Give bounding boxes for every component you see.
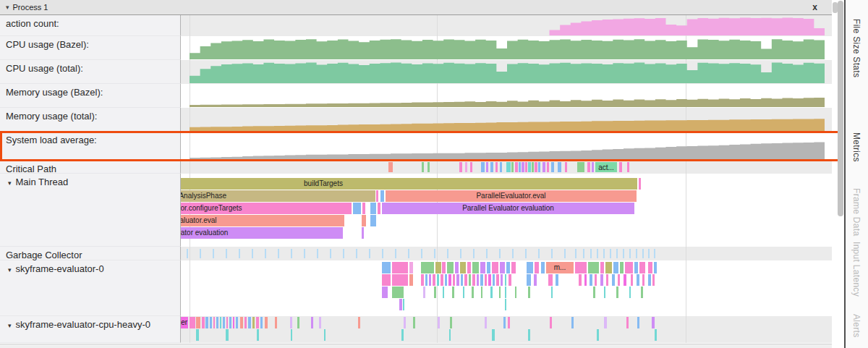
trace-slice[interactable] (257, 329, 259, 341)
trace-slice[interactable] (639, 178, 641, 190)
trace-slice[interactable] (648, 262, 652, 273)
trace-slice[interactable] (652, 317, 655, 328)
trace-slice[interactable] (392, 262, 408, 273)
trace-slice[interactable] (496, 274, 499, 286)
trace-slice[interactable] (534, 274, 537, 286)
trace-slice[interactable] (477, 274, 479, 286)
trace-slice[interactable] (535, 262, 539, 273)
trace-slice[interactable] (527, 274, 531, 286)
trace-slice[interactable] (648, 274, 651, 286)
trace-slice[interactable] (604, 287, 605, 298)
row-chart-area[interactable] (181, 132, 832, 161)
trace-slice[interactable] (413, 317, 415, 328)
trace-slice[interactable] (624, 274, 626, 286)
trace-slice[interactable] (495, 162, 498, 172)
trace-slice[interactable] (603, 249, 605, 258)
trace-slice-labeled[interactable]: ParallelEvaluator.eval (181, 215, 344, 226)
trace-slice[interactable] (447, 249, 448, 258)
trace-slice[interactable] (493, 274, 495, 286)
trace-slice[interactable] (448, 274, 451, 286)
trace-slice[interactable] (441, 274, 443, 286)
trace-slice[interactable] (499, 249, 501, 258)
trace-slice[interactable] (362, 227, 364, 239)
trace-slice[interactable] (356, 249, 357, 258)
trace-slice[interactable] (437, 274, 439, 286)
trace-slice[interactable] (636, 249, 637, 258)
trace-slice[interactable] (470, 162, 472, 172)
memory-usage-bazel--chart[interactable] (190, 86, 825, 107)
trace-slice[interactable] (619, 162, 622, 172)
trace-slice[interactable] (623, 249, 624, 258)
trace-slice[interactable] (311, 317, 313, 328)
trace-slice[interactable] (618, 274, 620, 286)
trace-slice[interactable] (528, 287, 530, 298)
trace-slice[interactable] (472, 262, 479, 273)
trace-slice[interactable] (196, 329, 199, 341)
trace-slice[interactable] (535, 162, 537, 172)
trace-slice[interactable] (626, 317, 629, 328)
trace-slice[interactable] (442, 262, 446, 273)
trace-slice[interactable] (604, 317, 607, 328)
trace-slice[interactable] (597, 249, 598, 258)
trace-slice[interactable] (542, 162, 545, 172)
trace-slice[interactable] (370, 215, 376, 226)
trace-slice[interactable] (627, 162, 629, 172)
trace-slice[interactable] (522, 162, 524, 172)
trace-slice[interactable] (480, 274, 483, 286)
trace-slice[interactable] (652, 274, 655, 286)
trace-slice[interactable] (597, 329, 599, 341)
trace-slice[interactable] (550, 317, 552, 328)
row-chart-area[interactable]: act... (181, 161, 832, 174)
row-label-cpu_heavy[interactable]: ▾skyframe-evaluator-cpu-heavy-0 (0, 316, 181, 343)
trace-slice[interactable] (465, 162, 467, 172)
trace-slice[interactable] (278, 249, 279, 258)
trace-slice[interactable] (467, 262, 471, 273)
trace-slice[interactable] (388, 162, 393, 172)
trace-slice[interactable] (392, 287, 404, 298)
trace-slice[interactable] (558, 162, 561, 172)
trace-slice[interactable] (421, 249, 422, 258)
close-button[interactable]: x (812, 2, 817, 12)
trace-slice[interactable] (408, 249, 409, 258)
trace-slice[interactable] (469, 274, 471, 286)
trace-slice[interactable] (434, 287, 436, 298)
trace-slice[interactable] (575, 262, 587, 273)
trace-slice[interactable] (575, 249, 576, 258)
trace-slice[interactable] (472, 287, 474, 298)
trace-slice[interactable] (551, 249, 553, 258)
trace-slice[interactable] (382, 274, 391, 286)
trace-slice[interactable] (226, 249, 227, 258)
trace-slice[interactable] (538, 249, 540, 258)
trace-slice[interactable] (642, 274, 644, 286)
trace-slice[interactable] (639, 262, 645, 273)
trace-slice[interactable] (595, 274, 597, 286)
trace-slice[interactable] (226, 317, 228, 328)
trace-slice[interactable] (395, 249, 396, 258)
trace-slice[interactable] (492, 329, 495, 341)
trace-slice[interactable] (297, 317, 299, 328)
trace-slice[interactable] (290, 317, 292, 328)
trace-slice[interactable] (500, 262, 505, 273)
trace-slice[interactable] (481, 162, 485, 172)
trace-slice[interactable] (343, 249, 344, 258)
trace-slice[interactable] (648, 249, 650, 258)
trace-slice[interactable] (490, 162, 493, 172)
trace-slice[interactable] (463, 287, 464, 298)
trace-slice[interactable] (453, 274, 455, 286)
trace-slice[interactable] (399, 299, 402, 310)
trace-slice[interactable] (220, 317, 221, 328)
tab-file-size-stats[interactable]: File Size Stats (851, 19, 861, 77)
trace-slice[interactable] (324, 329, 326, 341)
trace-slice[interactable] (200, 249, 201, 258)
trace-slice[interactable] (260, 317, 263, 328)
trace-slice[interactable] (551, 287, 553, 298)
trace-slice[interactable] (634, 262, 638, 273)
trace-slice[interactable] (564, 249, 566, 258)
trace-slice[interactable] (401, 329, 404, 341)
trace-slice[interactable] (492, 262, 498, 273)
trace-slice[interactable] (196, 317, 200, 328)
row-chart-area[interactable] (181, 60, 832, 84)
trace-slice[interactable] (229, 317, 231, 328)
trace-slice[interactable] (547, 162, 549, 172)
trace-slice[interactable] (525, 249, 527, 258)
